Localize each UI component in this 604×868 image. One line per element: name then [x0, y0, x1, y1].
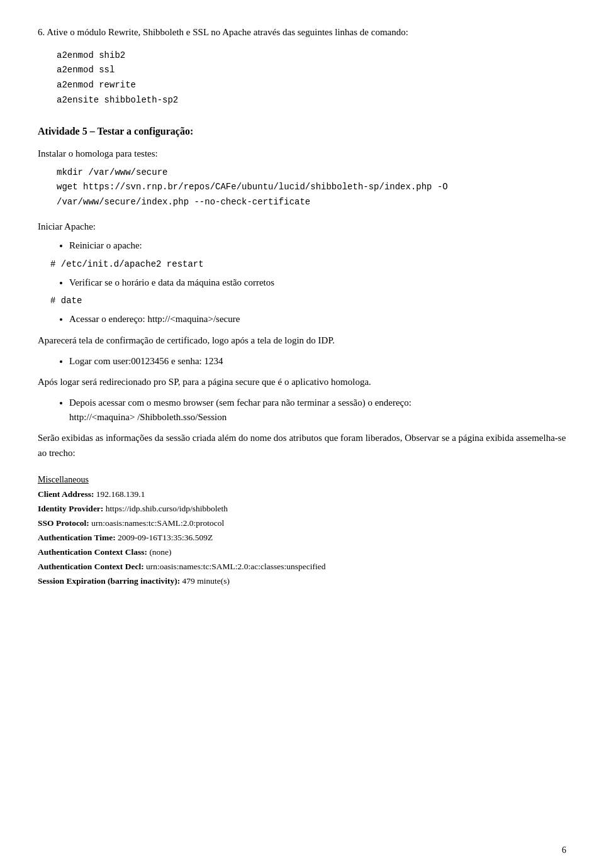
depois-acessar-text1: Depois acessar com o mesmo browser (sem …: [69, 398, 411, 408]
misc-row: Authentication Time: 2009-09-16T13:35:36…: [38, 531, 566, 545]
reiniciar-item: Reiniciar o apache:: [69, 238, 566, 253]
misc-row-label: SSO Protocol:: [38, 518, 89, 528]
misc-heading: Miscellaneous: [38, 475, 89, 485]
misc-row-label: Identity Provider:: [38, 504, 103, 513]
misc-row-label: Session Expiration (barring inactivity):: [38, 576, 180, 586]
misc-row-value: https://idp.shib.curso/idp/shibboleth: [106, 504, 228, 513]
logar-list: Logar com user:00123456 e senha: 1234: [69, 354, 566, 369]
section-intro: 6. Ative o módulo Rewrite, Shibboleth e …: [38, 25, 566, 40]
depois-acessar-list: Depois acessar com o mesmo browser (sem …: [69, 396, 566, 424]
cmd-shibboleth: a2ensite shibboleth-sp2: [57, 93, 566, 108]
misc-row-label: Client Address:: [38, 489, 94, 499]
misc-row: Identity Provider: https://idp.shib.curs…: [38, 502, 566, 516]
misc-row: Client Address: 192.168.139.1: [38, 487, 566, 502]
instalar-commands-block: mkdir /var/www/secure wget https://svn.r…: [57, 165, 566, 210]
apos-logar-para: Após logar será redirecionado pro SP, pa…: [38, 374, 566, 389]
depois-acessar-text2: http://<maquina> /Shibboleth.sso/Session: [69, 412, 226, 422]
instalar-label: Instalar o homologa para testes:: [38, 148, 566, 159]
misc-rows: Client Address: 192.168.139.1Identity Pr…: [38, 487, 566, 589]
logar-item: Logar com user:00123456 e senha: 1234: [69, 354, 566, 369]
misc-row: SSO Protocol: urn:oasis:names:tc:SAML:2.…: [38, 516, 566, 531]
activity5-heading: Atividade 5 – Testar a configuração:: [38, 126, 566, 137]
verificar-list: Verificar se o horário e data da máquina…: [69, 275, 566, 290]
apache-restart-cmd: # /etc/init.d/apache2 restart: [50, 259, 566, 269]
commands-block: a2enmod shib2 a2enmod ssl a2enmod rewrit…: [57, 48, 566, 108]
cmd-mkdir: mkdir /var/www/secure: [57, 165, 566, 181]
misc-row-label: Authentication Context Decl:: [38, 562, 144, 571]
misc-row-label: Authentication Context Class:: [38, 547, 147, 557]
cmd-shib2: a2enmod shib2: [57, 48, 566, 64]
page-number: 6: [562, 845, 566, 855]
reiniciar-list: Reiniciar o apache:: [69, 238, 566, 253]
cmd-ssl: a2enmod ssl: [57, 63, 566, 78]
cmd-wget: wget https://svn.rnp.br/repos/CAFe/ubunt…: [57, 180, 566, 210]
misc-row-value: 2009-09-16T13:35:36.509Z: [118, 533, 213, 542]
serao-para: Serão exibidas as informações da sessão …: [38, 430, 566, 460]
cmd-rewrite: a2enmod rewrite: [57, 78, 566, 93]
acessar-item: Acessar o endereço: http://<maquina>/sec…: [69, 312, 566, 326]
iniciar-apache-label: Iniciar Apache:: [38, 221, 566, 232]
misc-row-value: urn:oasis:names:tc:SAML:2.0:ac:classes:u…: [146, 562, 325, 571]
misc-row-label: Authentication Time:: [38, 533, 116, 542]
date-cmd: # date: [50, 296, 566, 306]
misc-row: Session Expiration (barring inactivity):…: [38, 574, 566, 589]
confirmacao-para: Aparecerá tela de confirmação de certifi…: [38, 333, 566, 348]
misc-row-value: 192.168.139.1: [96, 489, 145, 499]
misc-row-value: (none): [149, 547, 171, 557]
misc-row-value: urn:oasis:names:tc:SAML:2.0:protocol: [91, 518, 224, 528]
misc-section: Miscellaneous Client Address: 192.168.13…: [38, 474, 566, 589]
acessar-list: Acessar o endereço: http://<maquina>/sec…: [69, 312, 566, 326]
verificar-item: Verificar se o horário e data da máquina…: [69, 275, 566, 290]
misc-row: Authentication Context Class: (none): [38, 545, 566, 560]
misc-row-value: 479 minute(s): [182, 576, 230, 586]
misc-row: Authentication Context Decl: urn:oasis:n…: [38, 560, 566, 574]
depois-acessar-item: Depois acessar com o mesmo browser (sem …: [69, 396, 566, 424]
